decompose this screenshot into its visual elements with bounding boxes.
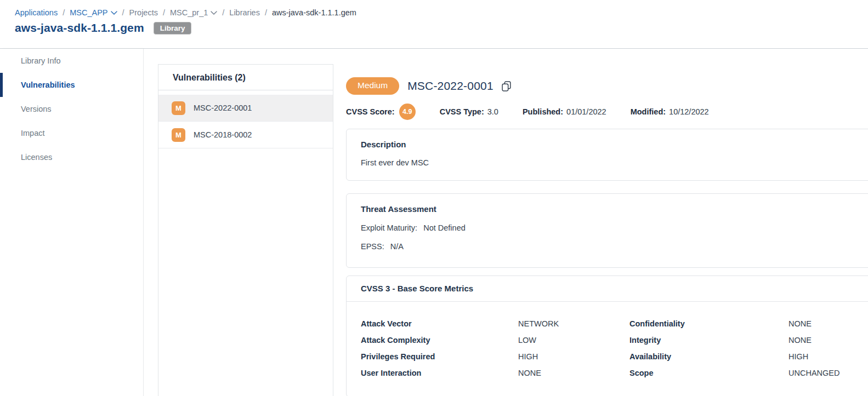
cvss-metrics-card: CVSS 3 - Base Score Metrics Attack Vecto…	[346, 276, 868, 396]
vulnerabilities-panel: Vulnerabilities (2) M MSC-2022-0001 M MS…	[158, 64, 333, 396]
cvss-metrics-body: Attack Vector NETWORK Confidentiality NO…	[347, 302, 868, 396]
breadcrumb-separator: /	[163, 8, 165, 17]
published-field: Published: 01/01/2022	[523, 107, 606, 116]
copy-icon[interactable]	[502, 81, 511, 91]
breadcrumb-applications[interactable]: Applications	[15, 8, 58, 17]
vulnerability-id-label: MSC-2022-0001	[194, 104, 252, 112]
breadcrumb-app-label: MSC_APP	[70, 8, 107, 17]
modified-value: 10/12/2022	[669, 107, 709, 116]
metric-user-interaction-label: User Interaction	[361, 368, 518, 378]
vulnerability-id-title: MSC-2022-0001	[407, 79, 493, 93]
modified-label: Modified:	[631, 107, 666, 116]
sidebar: Library Info Vulnerabilities Versions Im…	[0, 49, 144, 396]
severity-medium-icon: M	[172, 128, 185, 142]
breadcrumb-separator: /	[265, 8, 267, 17]
breadcrumb-separator: /	[122, 8, 124, 17]
breadcrumb-project-label: MSC_pr_1	[170, 8, 208, 17]
metric-integrity-label: Integrity	[629, 335, 788, 345]
cvss-type-value: 3.0	[487, 107, 498, 116]
metric-availability-label: Availability	[629, 352, 788, 361]
breadcrumb-current-library: aws-java-sdk-1.1.1.gem	[272, 8, 356, 17]
metric-integrity-value: NONE	[788, 335, 868, 345]
threat-assessment-title: Threat Assessment	[361, 204, 868, 214]
metric-attack-vector-label: Attack Vector	[361, 319, 518, 329]
cvss-metrics-header: CVSS 3 - Base Score Metrics	[347, 276, 868, 302]
page-title: aws-java-sdk-1.1.1.gem	[15, 21, 144, 35]
chevron-down-icon	[211, 10, 217, 15]
severity-badge: Medium	[346, 77, 399, 94]
page-header: Applications / MSC_APP / Projects / MSC_…	[0, 0, 868, 49]
detail-meta-row: CVSS Score: 4.9 CVSS Type: 3.0 Published…	[346, 104, 868, 120]
breadcrumb-separator: /	[63, 8, 65, 17]
chevron-down-icon	[111, 10, 117, 15]
cvss-type-field: CVSS Type: 3.0	[440, 107, 498, 116]
vulnerability-detail: Medium MSC-2022-0001 CVSS Score: 4.9 CVS…	[346, 77, 868, 396]
description-title: Description	[361, 140, 868, 149]
exploit-maturity-label: Exploit Maturity:	[361, 223, 417, 232]
vulnerability-id-label: MSC-2018-0002	[194, 130, 252, 139]
metric-user-interaction-value: NONE	[518, 368, 629, 378]
cvss-metrics-grid: Attack Vector NETWORK Confidentiality NO…	[361, 319, 868, 378]
vulnerabilities-panel-title: Vulnerabilities (2)	[158, 65, 333, 90]
title-row: aws-java-sdk-1.1.1.gem Library	[15, 21, 868, 35]
metric-scope-value: UNCHANGED	[788, 368, 868, 378]
metric-attack-complexity-value: LOW	[518, 335, 629, 345]
epss-value: N/A	[390, 242, 404, 251]
sidebar-item-label: Licenses	[21, 153, 52, 162]
sidebar-item-licenses[interactable]: Licenses	[0, 145, 143, 169]
sidebar-item-label: Versions	[21, 105, 52, 113]
list-item-msc-2022-0001[interactable]: M MSC-2022-0001	[158, 95, 333, 122]
breadcrumb-libraries[interactable]: Libraries	[229, 8, 260, 17]
metric-availability-value: HIGH	[788, 352, 868, 361]
sidebar-item-impact[interactable]: Impact	[0, 121, 143, 145]
sidebar-item-label: Library Info	[21, 56, 61, 65]
sidebar-item-label: Impact	[21, 129, 45, 137]
cvss-score-badge: 4.9	[399, 104, 416, 120]
epss-label: EPSS:	[361, 242, 384, 251]
cvss-type-label: CVSS Type:	[440, 107, 484, 116]
severity-medium-icon: M	[172, 101, 185, 115]
library-type-badge: Library	[154, 22, 192, 35]
description-text: First ever dev MSC	[361, 158, 868, 167]
metric-attack-complexity-label: Attack Complexity	[361, 335, 518, 345]
sidebar-item-vulnerabilities[interactable]: Vulnerabilities	[0, 73, 143, 97]
cvss-score-label: CVSS Score:	[346, 107, 395, 116]
cvss-score-field: CVSS Score: 4.9	[346, 104, 416, 120]
cvss-metrics-title: CVSS 3 - Base Score Metrics	[361, 284, 473, 293]
detail-header: Medium MSC-2022-0001	[346, 77, 868, 95]
breadcrumb-project-dropdown[interactable]: MSC_pr_1	[170, 8, 217, 17]
published-value: 01/01/2022	[566, 107, 606, 116]
sidebar-item-label: Vulnerabilities	[21, 81, 75, 89]
metric-attack-vector-value: NETWORK	[518, 319, 629, 329]
content-area: Vulnerabilities (2) M MSC-2022-0001 M MS…	[144, 49, 868, 396]
modified-field: Modified: 10/12/2022	[631, 107, 709, 116]
metric-privileges-required-label: Privileges Required	[361, 352, 518, 361]
exploit-maturity-value: Not Defined	[423, 223, 466, 232]
published-label: Published:	[523, 107, 563, 116]
description-card: Description First ever dev MSC	[346, 129, 868, 181]
metric-privileges-required-value: HIGH	[518, 352, 629, 361]
active-indicator	[0, 73, 3, 97]
breadcrumb-projects[interactable]: Projects	[129, 8, 158, 17]
metric-confidentiality-value: NONE	[788, 319, 868, 329]
breadcrumb: Applications / MSC_APP / Projects / MSC_…	[15, 8, 868, 17]
list-item-msc-2018-0002[interactable]: M MSC-2018-0002	[158, 122, 333, 148]
metric-confidentiality-label: Confidentiality	[629, 319, 788, 329]
sidebar-item-library-info[interactable]: Library Info	[0, 49, 143, 73]
breadcrumb-separator: /	[222, 8, 224, 17]
exploit-maturity-field: Exploit Maturity: Not Defined	[361, 223, 868, 232]
main-area: Library Info Vulnerabilities Versions Im…	[0, 49, 868, 396]
threat-assessment-card: Threat Assessment Exploit Maturity: Not …	[346, 193, 868, 268]
metric-scope-label: Scope	[629, 368, 788, 378]
vulnerabilities-list: M MSC-2022-0001 M MSC-2018-0002	[158, 90, 333, 148]
breadcrumb-app-dropdown[interactable]: MSC_APP	[70, 8, 117, 17]
epss-field: EPSS: N/A	[361, 242, 868, 251]
sidebar-item-versions[interactable]: Versions	[0, 97, 143, 121]
